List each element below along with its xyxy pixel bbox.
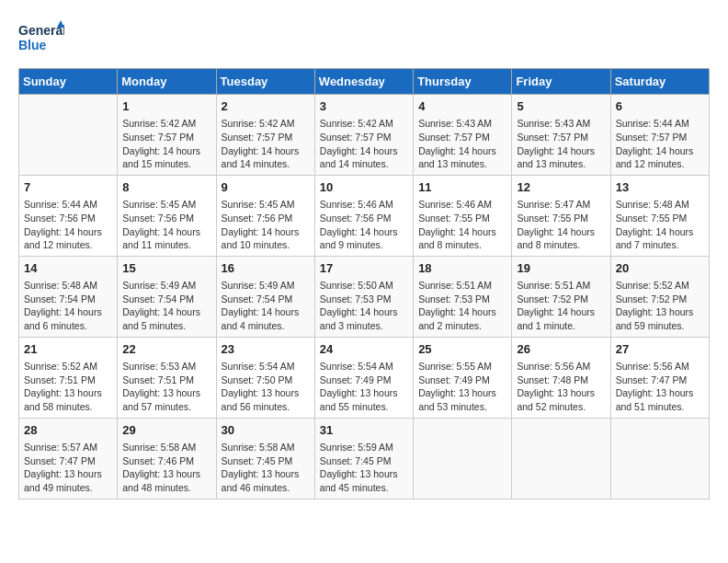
calendar-cell: 22Sunrise: 5:53 AM Sunset: 7:51 PM Dayli… [118, 337, 216, 418]
day-info: Sunrise: 5:44 AM Sunset: 7:57 PM Dayligh… [616, 117, 704, 171]
day-number: 24 [320, 341, 408, 358]
week-row-3: 14Sunrise: 5:48 AM Sunset: 7:54 PM Dayli… [19, 256, 710, 337]
day-number: 1 [122, 98, 210, 115]
day-info: Sunrise: 5:42 AM Sunset: 7:57 PM Dayligh… [320, 117, 408, 171]
calendar-cell [512, 418, 610, 499]
calendar-cell: 6Sunrise: 5:44 AM Sunset: 7:57 PM Daylig… [610, 95, 709, 176]
calendar-cell: 23Sunrise: 5:54 AM Sunset: 7:50 PM Dayli… [216, 337, 314, 418]
calendar-cell: 17Sunrise: 5:50 AM Sunset: 7:53 PM Dayli… [314, 256, 413, 337]
logo-svg: General Blue [18, 18, 64, 59]
calendar-cell: 27Sunrise: 5:56 AM Sunset: 7:47 PM Dayli… [610, 337, 709, 418]
day-info: Sunrise: 5:48 AM Sunset: 7:54 PM Dayligh… [24, 279, 112, 333]
day-info: Sunrise: 5:45 AM Sunset: 7:56 PM Dayligh… [222, 198, 310, 252]
day-number: 15 [122, 260, 210, 277]
calendar-cell: 9Sunrise: 5:45 AM Sunset: 7:56 PM Daylig… [216, 175, 314, 256]
day-info: Sunrise: 5:48 AM Sunset: 7:55 PM Dayligh… [616, 198, 704, 252]
calendar-table: SundayMondayTuesdayWednesdayThursdayFrid… [18, 68, 710, 500]
day-number: 28 [24, 422, 112, 439]
day-number: 12 [517, 179, 605, 196]
calendar-cell: 30Sunrise: 5:58 AM Sunset: 7:45 PM Dayli… [216, 418, 314, 499]
day-info: Sunrise: 5:50 AM Sunset: 7:53 PM Dayligh… [320, 279, 408, 333]
logo: General Blue [18, 18, 64, 59]
calendar-cell: 29Sunrise: 5:58 AM Sunset: 7:46 PM Dayli… [118, 418, 216, 499]
day-info: Sunrise: 5:42 AM Sunset: 7:57 PM Dayligh… [222, 117, 310, 171]
calendar-cell: 11Sunrise: 5:46 AM Sunset: 7:55 PM Dayli… [414, 175, 512, 256]
calendar-cell: 24Sunrise: 5:54 AM Sunset: 7:49 PM Dayli… [314, 337, 413, 418]
weekday-header-friday: Friday [512, 69, 610, 95]
week-row-5: 28Sunrise: 5:57 AM Sunset: 7:47 PM Dayli… [19, 418, 710, 499]
day-info: Sunrise: 5:51 AM Sunset: 7:53 PM Dayligh… [418, 279, 506, 333]
calendar-cell: 12Sunrise: 5:47 AM Sunset: 7:55 PM Dayli… [512, 175, 610, 256]
day-info: Sunrise: 5:51 AM Sunset: 7:52 PM Dayligh… [517, 279, 605, 333]
calendar-cell: 15Sunrise: 5:49 AM Sunset: 7:54 PM Dayli… [118, 256, 216, 337]
day-number: 16 [222, 260, 310, 277]
day-info: Sunrise: 5:49 AM Sunset: 7:54 PM Dayligh… [122, 279, 210, 333]
weekday-header-saturday: Saturday [610, 69, 709, 95]
weekday-header-row: SundayMondayTuesdayWednesdayThursdayFrid… [19, 69, 710, 95]
day-info: Sunrise: 5:58 AM Sunset: 7:45 PM Dayligh… [222, 441, 310, 495]
weekday-header-thursday: Thursday [414, 69, 512, 95]
week-row-2: 7Sunrise: 5:44 AM Sunset: 7:56 PM Daylig… [19, 175, 710, 256]
calendar-cell: 1Sunrise: 5:42 AM Sunset: 7:57 PM Daylig… [118, 95, 216, 176]
day-number: 26 [517, 341, 605, 358]
day-info: Sunrise: 5:47 AM Sunset: 7:55 PM Dayligh… [517, 198, 605, 252]
calendar-cell [610, 418, 709, 499]
day-info: Sunrise: 5:45 AM Sunset: 7:56 PM Dayligh… [122, 198, 210, 252]
day-number: 17 [320, 260, 408, 277]
day-info: Sunrise: 5:54 AM Sunset: 7:49 PM Dayligh… [320, 360, 408, 414]
day-number: 2 [222, 98, 310, 115]
calendar-cell: 25Sunrise: 5:55 AM Sunset: 7:49 PM Dayli… [414, 337, 512, 418]
day-info: Sunrise: 5:49 AM Sunset: 7:54 PM Dayligh… [222, 279, 310, 333]
calendar-cell: 8Sunrise: 5:45 AM Sunset: 7:56 PM Daylig… [118, 175, 216, 256]
day-number: 27 [616, 341, 704, 358]
weekday-header-sunday: Sunday [19, 69, 118, 95]
calendar-cell: 14Sunrise: 5:48 AM Sunset: 7:54 PM Dayli… [19, 256, 118, 337]
day-info: Sunrise: 5:52 AM Sunset: 7:52 PM Dayligh… [616, 279, 704, 333]
calendar-cell [19, 95, 118, 176]
week-row-4: 21Sunrise: 5:52 AM Sunset: 7:51 PM Dayli… [19, 337, 710, 418]
calendar-cell: 4Sunrise: 5:43 AM Sunset: 7:57 PM Daylig… [414, 95, 512, 176]
svg-text:Blue: Blue [18, 38, 47, 52]
day-info: Sunrise: 5:59 AM Sunset: 7:45 PM Dayligh… [320, 441, 408, 495]
calendar-cell: 21Sunrise: 5:52 AM Sunset: 7:51 PM Dayli… [19, 337, 118, 418]
day-info: Sunrise: 5:46 AM Sunset: 7:55 PM Dayligh… [418, 198, 506, 252]
day-number: 5 [517, 98, 605, 115]
day-number: 29 [122, 422, 210, 439]
week-row-1: 1Sunrise: 5:42 AM Sunset: 7:57 PM Daylig… [19, 95, 710, 176]
day-number: 9 [222, 179, 310, 196]
calendar-cell: 5Sunrise: 5:43 AM Sunset: 7:57 PM Daylig… [512, 95, 610, 176]
weekday-header-tuesday: Tuesday [216, 69, 314, 95]
day-number: 22 [122, 341, 210, 358]
calendar-cell: 7Sunrise: 5:44 AM Sunset: 7:56 PM Daylig… [19, 175, 118, 256]
day-info: Sunrise: 5:44 AM Sunset: 7:56 PM Dayligh… [24, 198, 112, 252]
calendar-cell: 26Sunrise: 5:56 AM Sunset: 7:48 PM Dayli… [512, 337, 610, 418]
day-info: Sunrise: 5:56 AM Sunset: 7:48 PM Dayligh… [517, 360, 605, 414]
day-number: 8 [122, 179, 210, 196]
day-number: 18 [418, 260, 506, 277]
day-info: Sunrise: 5:52 AM Sunset: 7:51 PM Dayligh… [24, 360, 112, 414]
day-info: Sunrise: 5:57 AM Sunset: 7:47 PM Dayligh… [24, 441, 112, 495]
day-info: Sunrise: 5:46 AM Sunset: 7:56 PM Dayligh… [320, 198, 408, 252]
day-number: 13 [616, 179, 704, 196]
calendar-cell: 28Sunrise: 5:57 AM Sunset: 7:47 PM Dayli… [19, 418, 118, 499]
svg-text:General: General [18, 23, 64, 38]
calendar-cell: 19Sunrise: 5:51 AM Sunset: 7:52 PM Dayli… [512, 256, 610, 337]
day-info: Sunrise: 5:43 AM Sunset: 7:57 PM Dayligh… [517, 117, 605, 171]
calendar-cell: 13Sunrise: 5:48 AM Sunset: 7:55 PM Dayli… [610, 175, 709, 256]
day-number: 25 [418, 341, 506, 358]
calendar-cell: 16Sunrise: 5:49 AM Sunset: 7:54 PM Dayli… [216, 256, 314, 337]
day-info: Sunrise: 5:54 AM Sunset: 7:50 PM Dayligh… [222, 360, 310, 414]
day-info: Sunrise: 5:42 AM Sunset: 7:57 PM Dayligh… [122, 117, 210, 171]
weekday-header-wednesday: Wednesday [314, 69, 413, 95]
day-number: 14 [24, 260, 112, 277]
day-info: Sunrise: 5:55 AM Sunset: 7:49 PM Dayligh… [418, 360, 506, 414]
day-number: 20 [616, 260, 704, 277]
day-info: Sunrise: 5:56 AM Sunset: 7:47 PM Dayligh… [616, 360, 704, 414]
day-number: 19 [517, 260, 605, 277]
day-number: 21 [24, 341, 112, 358]
page-header: General Blue [18, 18, 710, 59]
calendar-cell: 31Sunrise: 5:59 AM Sunset: 7:45 PM Dayli… [314, 418, 413, 499]
calendar-cell: 3Sunrise: 5:42 AM Sunset: 7:57 PM Daylig… [314, 95, 413, 176]
day-number: 23 [222, 341, 310, 358]
day-number: 6 [616, 98, 704, 115]
